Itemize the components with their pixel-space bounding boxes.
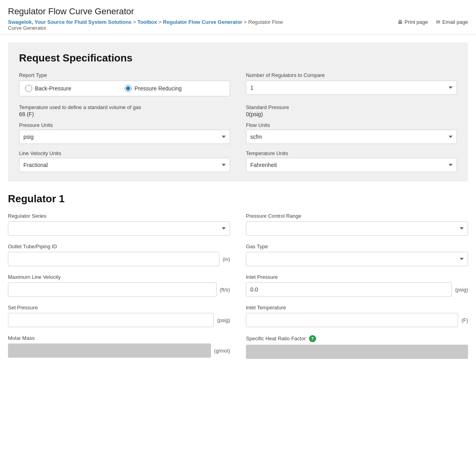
set-pressure-input[interactable]: [8, 313, 214, 327]
molar-mass-group: Molar Mass (g/mol): [8, 335, 230, 359]
specific-heat-label: Specific Heat Ratio Factor ?: [246, 335, 468, 342]
molar-mass-input-wrapper: (g/mol): [8, 343, 230, 358]
outlet-tube-label: Outlet Tube/Piping ID: [8, 244, 230, 249]
temperature-units-select[interactable]: Fahrenheit Celsius: [246, 158, 457, 172]
specific-heat-help-icon[interactable]: ?: [309, 335, 316, 342]
inlet-pressure-input[interactable]: [246, 282, 452, 297]
main-content: Request Specifications Report Type Back-…: [0, 35, 476, 383]
back-pressure-label: Back-Pressure: [35, 85, 71, 92]
report-type-label: Report Type: [19, 72, 230, 78]
breadcrumb: Swagelok, Your Source for Fluid System S…: [8, 19, 286, 31]
line-velocity-label: Line Velocity Units: [19, 150, 230, 156]
breadcrumb-link-home[interactable]: Swagelok, Your Source for Fluid System S…: [8, 19, 132, 25]
regulator1-section: Regulator 1 Regulator Series Pressure Co…: [8, 193, 468, 375]
specific-heat-group: Specific Heat Ratio Factor ?: [246, 335, 468, 359]
page-header: Regulator Flow Curve Generator Swagelok,…: [0, 0, 476, 35]
set-pressure-unit: (psig): [217, 317, 230, 323]
standard-pressure-value: 0(psig): [246, 111, 457, 117]
regulator-series-label: Regulator Series: [8, 213, 230, 219]
email-icon: ✉: [436, 19, 440, 25]
max-line-velocity-group: Maximum Line Velocity (ft/s): [8, 274, 230, 297]
pressure-reducing-radio[interactable]: [125, 85, 132, 92]
back-pressure-radio[interactable]: [25, 85, 32, 92]
standard-pressure-label: Standard Pressure: [246, 104, 457, 110]
molar-mass-label: Molar Mass: [8, 335, 230, 341]
email-label: Email page: [442, 19, 468, 25]
request-specs-title: Request Specifications: [19, 52, 457, 64]
set-pressure-input-wrapper: (psig): [8, 313, 230, 327]
inlet-temperature-input[interactable]: [246, 313, 458, 327]
line-velocity-select[interactable]: Fractional ft/s m/s: [19, 158, 230, 172]
num-regulators-select[interactable]: 1 2 3: [246, 81, 457, 95]
specific-heat-input-wrapper: [246, 345, 468, 359]
temperature-value: 68 (F): [19, 111, 230, 117]
pressure-reducing-label: Pressure Reducing: [134, 85, 182, 92]
regulator1-title: Regulator 1: [8, 193, 468, 205]
temperature-units-label: Temperature Units: [246, 150, 457, 156]
flow-units-label: Flow Units: [246, 122, 457, 128]
print-button[interactable]: 🖶 Print page: [397, 19, 428, 25]
set-pressure-label: Set Pressure: [8, 305, 230, 311]
printer-icon: 🖶: [397, 19, 403, 25]
header-actions: 🖶 Print page ✉ Email page: [397, 19, 468, 25]
molar-mass-input: [8, 343, 211, 358]
pressure-control-range-group: Pressure Control Range: [246, 213, 468, 236]
pressure-units-select[interactable]: psig barg kPa: [19, 130, 230, 144]
breadcrumb-link-toolbox[interactable]: Toolbox: [137, 19, 157, 25]
inlet-temperature-unit: (F): [461, 317, 468, 323]
temperature-info: Temperature used to define a standard vo…: [19, 104, 230, 172]
inlet-temperature-input-wrapper: (F): [246, 313, 468, 327]
page-title: Regulator Flow Curve Generator: [8, 6, 468, 17]
max-line-velocity-label: Maximum Line Velocity: [8, 274, 230, 280]
inlet-temperature-label: Inlet Temperature: [246, 305, 468, 311]
max-line-velocity-input-wrapper: (ft/s): [8, 282, 230, 297]
breadcrumb-link-generator[interactable]: Regulator Flow Curve Generator: [163, 19, 242, 25]
standard-pressure-info: Standard Pressure 0(psig) Flow Units scf…: [246, 104, 457, 172]
regulator-series-select[interactable]: [8, 221, 230, 236]
pressure-reducing-option[interactable]: Pressure Reducing: [125, 85, 224, 92]
pressure-units-label: Pressure Units: [19, 122, 230, 128]
set-pressure-group: Set Pressure (psig): [8, 305, 230, 327]
gas-type-group: Gas Type: [246, 244, 468, 266]
outlet-tube-unit: (in): [223, 256, 230, 262]
num-regulators-group: Number of Regulators to Compare 1 2 3: [246, 72, 457, 96]
outlet-tube-group: Outlet Tube/Piping ID (in): [8, 244, 230, 266]
breadcrumb-area: Swagelok, Your Source for Fluid System S…: [8, 19, 468, 31]
flow-units-select[interactable]: scfm slpm Nm3/h: [246, 130, 457, 144]
max-line-velocity-input[interactable]: [8, 282, 217, 297]
molar-mass-unit: (g/mol): [214, 348, 230, 354]
inlet-pressure-input-wrapper: (psig): [246, 282, 468, 297]
pressure-control-range-label: Pressure Control Range: [246, 213, 468, 219]
max-line-velocity-unit: (ft/s): [220, 287, 230, 293]
inlet-pressure-label: Inlet Pressure: [246, 274, 468, 280]
gas-type-select[interactable]: [246, 252, 468, 266]
request-specs-section: Request Specifications Report Type Back-…: [8, 42, 468, 182]
report-type-radio-group: Back-Pressure Pressure Reducing: [19, 81, 230, 96]
inlet-pressure-unit: (psig): [455, 287, 468, 293]
back-pressure-option[interactable]: Back-Pressure: [25, 85, 125, 92]
specific-heat-input: [246, 345, 468, 359]
report-type-group: Report Type Back-Pressure Pressure Reduc…: [19, 72, 230, 96]
outlet-tube-input[interactable]: [8, 252, 219, 266]
gas-type-label: Gas Type: [246, 244, 468, 249]
pressure-control-range-select[interactable]: [246, 221, 468, 236]
outlet-tube-input-wrapper: (in): [8, 252, 230, 266]
inlet-temperature-group: Inlet Temperature (F): [246, 305, 468, 327]
num-regulators-label: Number of Regulators to Compare: [246, 72, 457, 78]
print-label: Print page: [405, 19, 428, 25]
temperature-note: Temperature used to define a standard vo…: [19, 104, 230, 110]
inlet-pressure-group: Inlet Pressure (psig): [246, 274, 468, 297]
regulator-series-group: Regulator Series: [8, 213, 230, 236]
email-button[interactable]: ✉ Email page: [436, 19, 468, 25]
